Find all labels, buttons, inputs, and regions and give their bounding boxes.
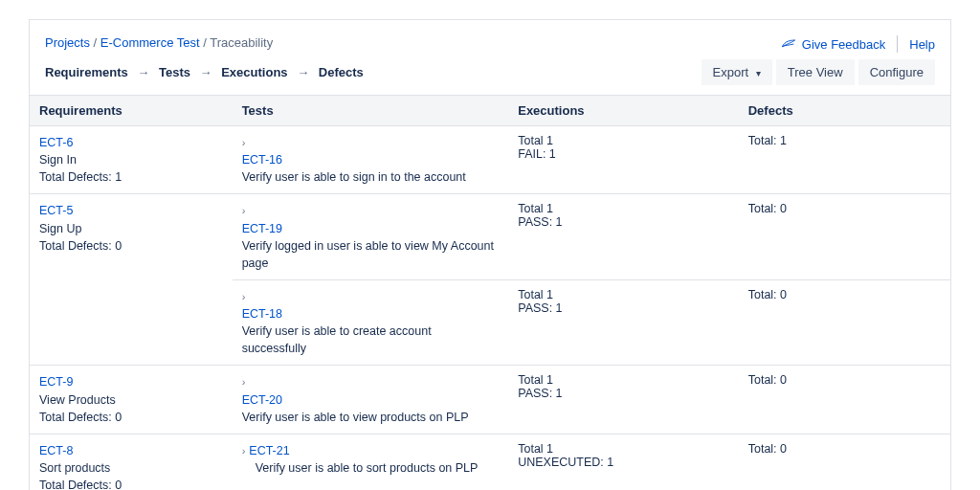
chevron-down-icon: ▾ [756,68,761,78]
cell-defects: Total: 0 [739,434,950,490]
requirement-title: Sign Up [39,222,81,235]
chevron-right-icon[interactable]: › [242,136,246,151]
requirement-defects: Total Defects: 0 [39,479,122,490]
cell-requirement: ECT-5Sign UpTotal Defects: 0 [30,194,233,366]
cell-executions: Total 1PASS: 1 [508,279,739,366]
tree-view-button[interactable]: Tree View [776,59,855,85]
col-header-requirements: Requirements [30,96,233,126]
export-label: Export [713,65,749,79]
test-key[interactable]: ECT-21 [249,442,289,459]
requirement-key[interactable]: ECT-5 [39,202,73,219]
test-key[interactable]: ECT-18 [242,305,282,323]
cell-requirement: ECT-6Sign InTotal Defects: 1 [30,126,233,194]
chain-requirements: Requirements [45,65,128,79]
exec-total: Total 1 [518,373,553,387]
arrow-icon: → [194,65,218,79]
table-row: ECT-5Sign UpTotal Defects: 0›ECT-19Verif… [30,194,950,280]
cell-requirement: ECT-9View ProductsTotal Defects: 0 [30,366,233,434]
top-row: Projects / E-Commerce Test / Traceabilit… [30,35,950,59]
configure-button[interactable]: Configure [858,59,935,85]
cell-defects: Total: 1 [739,126,950,194]
chevron-right-icon[interactable]: › [242,375,246,390]
defect-total: Total: 0 [748,288,787,301]
col-header-tests: Tests [233,96,509,126]
cell-executions: Total 1PASS: 1 [508,194,739,280]
defect-total: Total: 0 [748,373,787,387]
requirement-key[interactable]: ECT-9 [39,373,73,390]
toolbar: Export ▾ Tree View Configure [698,59,935,85]
test-desc: Verify user is able to sign in to the ac… [242,170,466,184]
test-desc: Verify logged in user is able to view My… [242,239,494,270]
requirement-defects: Total Defects: 0 [39,411,122,424]
give-feedback-link[interactable]: Give Feedback [781,37,885,52]
chain-executions: Executions [221,65,287,79]
requirement-title: Sort products [39,461,110,475]
breadcrumb-current: Traceability [210,35,273,50]
top-right: Give Feedback Help [781,35,935,53]
traceability-table: Requirements Tests Executions Defects EC… [30,95,950,490]
exec-total: Total 1 [518,442,553,456]
give-feedback-label: Give Feedback [802,37,885,52]
chevron-right-icon[interactable]: › [242,290,246,305]
cell-test: ›ECT-18Verify user is able to create acc… [233,279,509,366]
chain-defects: Defects [319,65,364,79]
defect-total: Total: 0 [748,442,787,456]
cell-test: ›ECT-16Verify user is able to sign in to… [233,126,509,194]
test-desc: Verify user is able to create account su… [242,324,432,355]
exec-total: Total 1 [518,202,553,215]
feedback-icon [781,38,796,50]
requirement-defects: Total Defects: 1 [39,170,122,184]
breadcrumb-project[interactable]: E-Commerce Test [100,35,200,50]
exec-total: Total 1 [518,134,553,147]
test-key[interactable]: ECT-16 [242,151,282,168]
breadcrumb: Projects / E-Commerce Test / Traceabilit… [45,35,273,50]
traceability-chain: Requirements → Tests → Executions → Defe… [45,65,364,79]
traceability-panel: Projects / E-Commerce Test / Traceabilit… [29,19,951,490]
exec-status: PASS: 1 [518,215,562,229]
cell-requirement: ECT-8Sort productsTotal Defects: 0 [30,434,233,490]
help-link[interactable]: Help [909,37,935,52]
chevron-right-icon[interactable]: › [242,204,246,219]
arrow-icon: → [291,65,315,79]
cell-executions: Total 1PASS: 1 [508,366,739,434]
requirement-key[interactable]: ECT-6 [39,134,73,151]
table-row: ECT-9View ProductsTotal Defects: 0›ECT-2… [30,366,950,434]
chevron-right-icon[interactable]: › [242,444,246,459]
cell-test: ›ECT-20Verify user is able to view produ… [233,366,509,434]
test-desc: Verify user is able to view products on … [242,411,469,424]
defect-total: Total: 1 [748,134,787,147]
requirement-key[interactable]: ECT-8 [39,442,73,459]
breadcrumb-sep: / [94,35,100,50]
vertical-divider [897,35,898,53]
exec-total: Total 1 [518,288,553,301]
cell-defects: Total: 0 [739,366,950,434]
test-key[interactable]: ECT-20 [242,391,282,409]
col-header-executions: Executions [508,96,739,126]
col-header-defects: Defects [739,96,950,126]
export-button[interactable]: Export ▾ [702,59,772,85]
cell-executions: Total 1UNEXECUTED: 1 [508,434,739,490]
exec-status: PASS: 1 [518,387,562,400]
defect-total: Total: 0 [748,202,787,215]
exec-status: FAIL: 1 [518,147,556,161]
chain-tests: Tests [159,65,190,79]
cell-defects: Total: 0 [739,279,950,366]
cell-test: ›ECT-19Verify logged in user is able to … [233,194,509,280]
second-row: Requirements → Tests → Executions → Defe… [30,59,950,95]
requirement-title: Sign In [39,153,77,167]
requirement-title: View Products [39,393,116,407]
table-row: ECT-8Sort productsTotal Defects: 0›ECT-2… [30,434,950,490]
breadcrumb-projects[interactable]: Projects [45,35,90,50]
cell-test: ›ECT-21Verify user is able to sort produ… [233,434,509,490]
cell-defects: Total: 0 [739,194,950,280]
cell-executions: Total 1FAIL: 1 [508,126,739,194]
table-row: ECT-6Sign InTotal Defects: 1›ECT-16Verif… [30,126,950,194]
test-key[interactable]: ECT-19 [242,220,282,237]
exec-status: UNEXECUTED: 1 [518,456,613,469]
requirement-defects: Total Defects: 0 [39,239,122,253]
test-desc: Verify user is able to sort products on … [242,461,479,475]
exec-status: PASS: 1 [518,301,562,315]
arrow-icon: → [131,65,155,79]
table-header-row: Requirements Tests Executions Defects [30,96,950,126]
